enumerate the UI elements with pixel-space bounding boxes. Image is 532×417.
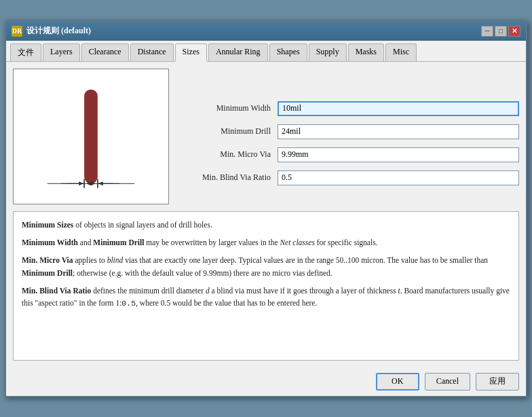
tab-sizes[interactable]: Sizes	[175, 43, 207, 62]
desc-para2: Minimum Width and Minimum Drill may be o…	[22, 236, 510, 249]
main-content: Minimum Width Minimum Drill Min. Micro V…	[6, 62, 526, 367]
tab-clearance[interactable]: Clearance	[81, 43, 129, 61]
tab-shapes[interactable]: Shapes	[269, 43, 307, 61]
diagram-box	[13, 69, 169, 204]
cancel-button[interactable]: Cancel	[425, 373, 470, 391]
tab-misc[interactable]: Misc	[385, 43, 417, 61]
desc-para1: Minimum Sizes of objects in signal layer…	[22, 219, 510, 231]
min-micro-via-row: Min. Micro Via	[183, 147, 519, 162]
svg-rect-0	[84, 89, 98, 183]
tab-file[interactable]: 文件	[10, 43, 41, 61]
title-buttons: ─ □ ✕	[481, 26, 520, 37]
svg-marker-11	[79, 181, 83, 185]
desc-para4: Min. Blind Via Ratio defines the minimum…	[22, 285, 510, 310]
svg-marker-13	[98, 181, 103, 185]
tab-annular-ring[interactable]: Annular Ring	[208, 43, 268, 61]
form-section: Minimum Width Minimum Drill Min. Micro V…	[183, 69, 519, 204]
title-bar-left: DR 设计规则 (default)	[12, 25, 91, 37]
minimum-width-input[interactable]	[278, 101, 519, 116]
min-blind-via-label: Min. Blind Via Ratio	[183, 173, 271, 183]
tab-distance[interactable]: Distance	[130, 43, 174, 61]
min-micro-via-input[interactable]	[278, 147, 519, 162]
window-title: 设计规则 (default)	[26, 25, 91, 37]
tab-bar: 文件 Layers Clearance Distance Sizes Annul…	[6, 41, 526, 62]
tab-masks[interactable]: Masks	[348, 43, 384, 61]
minimum-drill-input[interactable]	[278, 124, 519, 139]
minimum-drill-label: Minimum Drill	[183, 126, 271, 137]
tab-supply[interactable]: Supply	[309, 43, 347, 61]
apply-button[interactable]: 应用	[476, 373, 519, 391]
footer: OK Cancel 应用	[6, 367, 526, 396]
minimum-width-row: Minimum Width	[183, 101, 519, 116]
min-blind-via-row: Min. Blind Via Ratio	[183, 170, 519, 185]
ok-button[interactable]: OK	[376, 373, 419, 391]
app-icon: DR	[12, 26, 22, 37]
min-micro-via-label: Min. Micro Via	[183, 149, 271, 160]
maximize-button[interactable]: □	[495, 26, 507, 37]
title-bar: DR 设计规则 (default) ─ □ ✕	[6, 22, 526, 41]
description-box: Minimum Sizes of objects in signal layer…	[13, 211, 519, 361]
main-window: DR 设计规则 (default) ─ □ ✕ 文件 Layers Cleara…	[5, 20, 527, 397]
min-blind-via-input[interactable]	[278, 170, 519, 185]
minimum-width-label: Minimum Width	[183, 103, 271, 113]
minimize-button[interactable]: ─	[481, 26, 493, 37]
tab-layers[interactable]: Layers	[43, 43, 80, 61]
top-section: Minimum Width Minimum Drill Min. Micro V…	[13, 69, 519, 204]
desc-para3: Min. Micro Via applies to blind vias tha…	[22, 254, 510, 279]
minimum-drill-row: Minimum Drill	[183, 124, 519, 139]
close-button[interactable]: ✕	[508, 26, 520, 37]
